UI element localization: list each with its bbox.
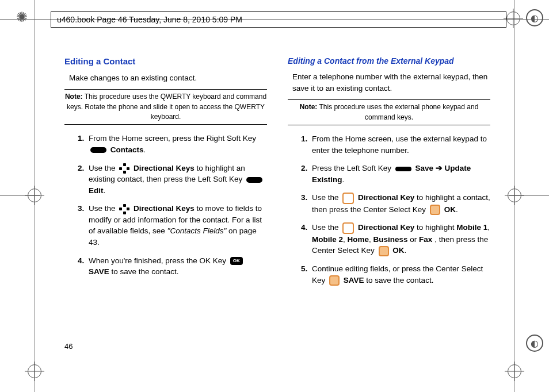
page-body: Editing a Contact Make changes to an exi… <box>64 52 490 351</box>
left-step-3: Use the Directional Keys to move to fiel… <box>86 203 267 248</box>
label: Fax <box>419 235 432 244</box>
note-text: This procedure uses the external phone k… <box>317 103 478 121</box>
crop-circle-icon: ◐ <box>526 9 543 26</box>
text: , <box>487 223 490 232</box>
right-step-1: From the Home screen, use the external k… <box>310 133 490 156</box>
note-label: Note: <box>300 103 318 111</box>
text: Use the <box>312 223 341 232</box>
text: Use the <box>89 164 117 172</box>
text: . <box>144 145 146 154</box>
label: Directional Keys <box>134 204 195 213</box>
ok-key-icon: OK <box>230 257 243 265</box>
right-note: Note: This procedure uses the external p… <box>288 99 490 125</box>
crop-target-icon <box>506 11 520 25</box>
right-steps: From the Home screen, use the external k… <box>288 133 490 286</box>
left-step-1: From the Home screen, press the Right So… <box>86 133 267 155</box>
text: , <box>369 235 373 244</box>
text: . <box>342 175 345 184</box>
center-select-key-icon <box>329 275 340 286</box>
label: Mobile 1 <box>456 223 487 232</box>
crop-target-icon <box>28 189 41 202</box>
crop-target-icon <box>508 364 521 378</box>
left-steps: From the Home screen, press the Right So… <box>64 133 267 277</box>
label: Home <box>348 235 369 244</box>
directional-key-ring-icon <box>342 193 354 204</box>
directional-keys-icon <box>119 204 129 214</box>
header-text: u460.book Page 46 Tuesday, June 8, 2010 … <box>57 15 242 24</box>
right-column: Editing a Contact from the External Keyp… <box>288 52 490 293</box>
text: . <box>104 186 106 195</box>
heading-editing-external: Editing a Contact from the External Keyp… <box>288 55 490 67</box>
document-header: u460.book Page 46 Tuesday, June 8, 2010 … <box>51 11 506 28</box>
text: From the Home screen, use the external k… <box>312 134 487 155</box>
right-step-2: Press the Left Soft Key Save ➔ Update Ex… <box>310 163 490 185</box>
text: Press the Left Soft Key <box>312 164 394 172</box>
text: Use the <box>312 193 341 202</box>
text: When you're finished, press the OK Key <box>89 256 228 265</box>
right-soft-key-icon <box>90 147 106 153</box>
label: Directional Key <box>358 193 414 202</box>
note-label: Note: <box>65 93 83 101</box>
reference: "Contacts Fields" <box>167 226 227 235</box>
note-text: This procedure uses the QWERTY keyboard … <box>67 93 266 121</box>
label: Edit <box>89 186 104 195</box>
text: to highlight <box>417 223 456 232</box>
label: Mobile 2 <box>312 235 343 244</box>
right-step-3: Use the Directional Key to highlight a c… <box>310 192 490 215</box>
left-note: Note: This procedure uses the QWERTY key… <box>64 89 267 125</box>
crop-circle-icon: ◐ <box>526 335 543 352</box>
left-soft-key-icon <box>246 177 262 183</box>
center-select-key-icon <box>379 246 389 256</box>
text: , <box>343 235 348 244</box>
left-intro: Make changes to an existing contact. <box>69 72 267 84</box>
crop-star-icon: ✺ <box>16 9 28 25</box>
directional-key-ring-icon <box>342 222 354 234</box>
label: OK <box>444 205 456 214</box>
right-step-5: Continue editing fields, or press the Ce… <box>310 263 490 286</box>
left-step-2: Use the Directional Keys to highlight an… <box>86 163 267 197</box>
directional-keys-icon <box>119 163 129 174</box>
left-column: Editing a Contact Make changes to an exi… <box>64 52 267 293</box>
page-number: 46 <box>64 342 73 351</box>
label: SAVE <box>89 267 109 276</box>
crop-target-icon <box>28 364 41 378</box>
text: . <box>405 246 407 255</box>
text: to save the contact. <box>366 276 433 285</box>
label: OK <box>392 246 404 255</box>
label: Contacts <box>110 145 144 154</box>
label: Directional Key <box>358 223 414 232</box>
text: Use the <box>89 204 117 213</box>
text: to save the contact. <box>112 267 179 276</box>
text: From the Home screen, press the Right So… <box>89 134 256 143</box>
crop-target-icon <box>508 189 521 202</box>
right-step-4: Use the Directional Key to highlight Mob… <box>310 222 490 256</box>
left-step-4: When you're finished, press the OK Key O… <box>86 255 267 278</box>
label: Business <box>373 235 408 244</box>
label: SAVE <box>344 276 364 285</box>
label: Directional Keys <box>134 164 195 172</box>
text: . <box>456 205 458 214</box>
left-soft-key-icon <box>395 167 411 171</box>
center-select-key-icon <box>430 205 440 215</box>
text: or <box>408 235 420 244</box>
heading-editing-contact: Editing a Contact <box>64 55 267 68</box>
right-intro: Enter a telephone number with the extern… <box>292 71 490 94</box>
